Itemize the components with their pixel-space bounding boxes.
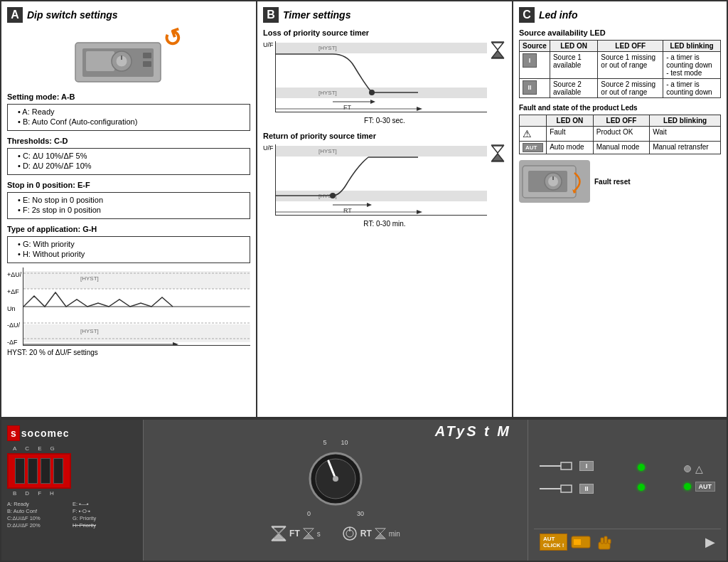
source1-badge: I — [523, 53, 537, 68]
setting-mode-item-2: • B: Auto Conf (Auto-configuration) — [18, 117, 245, 126]
svg-marker-18 — [173, 342, 178, 346]
legend-g: G: Priority — [73, 515, 137, 521]
fault-title: Fault and state of the product Leds — [519, 104, 721, 112]
source1-led-on: Source 1 available — [550, 52, 597, 79]
svg-text:[HYST]: [HYST] — [80, 328, 99, 334]
source-col-header: Source — [520, 41, 550, 52]
panel-a-letter: A — [7, 7, 23, 23]
hourglass-small-2 — [375, 528, 386, 539]
led-blinking-col-header: LED blinking — [663, 41, 721, 52]
legend-h: H: Priority — [73, 522, 137, 529]
panel-b-header: B Timer settings — [263, 7, 506, 23]
svg-text:RT: RT — [343, 207, 352, 214]
fault-led-dot — [684, 465, 691, 472]
source1-indicator: I — [540, 459, 594, 473]
svg-rect-84 — [574, 539, 581, 545]
axis-un: Un — [7, 305, 21, 312]
hourglass-icon-1 — [488, 41, 506, 59]
panel-a: A Dip switch settings — [1, 1, 257, 417]
thresholds-label: Thresholds: C-D — [7, 137, 250, 145]
svg-marker-76 — [375, 534, 385, 539]
panel-a-title: Dip switch settings — [27, 9, 118, 21]
panel-b-title: Timer settings — [283, 9, 350, 21]
ft-icon-group: FT s — [271, 526, 321, 541]
rt-icon-group: RT min — [342, 526, 400, 541]
bottom-right-top: I II — [534, 425, 721, 529]
led-on-col-header: LED ON — [550, 41, 597, 52]
source-row-2: II Source 2 available Source 2 missing o… — [520, 79, 721, 98]
source2-icon-cell: II — [520, 79, 550, 98]
svg-marker-27 — [370, 100, 375, 104]
return-timer-graph: U/F [HYST] [HYST] — [263, 144, 506, 216]
source2-led-off: Source 2 missing or out of range — [598, 79, 663, 98]
aut-click-button[interactable]: AUTCLICK ! — [540, 534, 567, 551]
svg-marker-75 — [375, 529, 385, 534]
stop-box: • E: No stop in 0 position • F: 2s stop … — [7, 192, 250, 219]
top-section: A Dip switch settings — [1, 1, 727, 418]
right-indicators: △ AUT — [684, 428, 716, 526]
legend-f: F: ▪·O·▪ — [73, 508, 137, 514]
return-timer-svg: [HYST] [HYST] RT — [276, 144, 488, 216]
fault-led-off: Product OK — [593, 127, 649, 142]
source1-led-blinking: - a timer is counting down - test mode — [663, 52, 721, 79]
fault-icon-col — [520, 115, 547, 127]
svg-rect-9 — [23, 324, 250, 342]
panel-c-title: Led info — [539, 9, 577, 21]
fault-led-on: Fault — [547, 127, 594, 142]
fault-led-off-col: LED OFF — [593, 115, 649, 127]
main-container: A Dip switch settings — [0, 0, 728, 562]
warning-icon: ⚠ — [523, 128, 532, 139]
aut-icon: AUT — [523, 143, 543, 152]
svg-marker-63 — [272, 534, 285, 540]
svg-marker-48 — [492, 146, 503, 153]
card-icon — [570, 534, 592, 551]
fault-led-on-col: LED ON — [547, 115, 594, 127]
svg-marker-30 — [417, 107, 422, 111]
arrow-right-icon: ▶ — [705, 534, 715, 550]
setting-mode-label: Setting mode: A-B — [7, 92, 250, 101]
dip-bottom-labels: B D F H — [7, 490, 137, 497]
app-type-item-2: • H: Without priority — [18, 250, 245, 258]
dip-switch-display — [7, 453, 71, 489]
source1-badge-bottom: I — [579, 461, 594, 471]
legend-a: A: Ready — [7, 501, 72, 507]
bottom-middle-panel: ATyS t M 5 10 0 30 — [144, 420, 528, 561]
aut-badge-bottom: AUT — [695, 482, 716, 492]
dip-label-h: H — [50, 490, 54, 497]
scale-0: 0 — [307, 510, 311, 517]
app-type-label: Type of application: G-H — [7, 225, 250, 233]
uf-label-1: U/F — [263, 41, 274, 48]
return-timer-title: Return of priority source timer — [263, 132, 506, 140]
dip-bar-2 — [28, 458, 38, 484]
source-row-1: I Source 1 available Source 1 missing or… — [520, 52, 721, 79]
svg-point-25 — [369, 90, 375, 95]
svg-marker-49 — [492, 154, 503, 161]
panel-b: B Timer settings Loss of priority source… — [257, 1, 513, 417]
thresholds-box: • C: ΔU 10%/ΔF 5% • D: ΔU 20%/ΔF 10% — [7, 148, 250, 175]
dial-scale-top: 5 10 — [323, 439, 348, 446]
source2-badge: II — [523, 80, 537, 95]
dip-bar-4 — [53, 458, 63, 484]
svg-text:[HYST]: [HYST] — [318, 45, 337, 51]
bottom-left-panel: s socomec A C E G — [1, 420, 144, 561]
hourglass-small-1 — [303, 528, 314, 539]
svg-marker-47 — [417, 210, 422, 214]
ft-unit: s — [317, 530, 321, 538]
fault-led-blinking-col: LED blinking — [650, 115, 721, 127]
svg-marker-31 — [492, 43, 503, 50]
dial-scale-bottom: 0 30 — [307, 510, 364, 517]
svg-rect-19 — [276, 43, 488, 53]
hand-icon — [594, 532, 614, 552]
svg-marker-44 — [367, 203, 372, 207]
panel-a-header: A Dip switch settings — [7, 7, 250, 23]
source-indicators: I II — [540, 428, 594, 526]
svg-text:[HYST]: [HYST] — [318, 148, 337, 154]
stop-item-2: • F: 2s stop in 0 position — [18, 206, 245, 214]
dip-label-e: E — [38, 445, 41, 452]
led1-row — [638, 464, 645, 471]
stop-label: Stop in 0 position: E-F — [7, 181, 250, 189]
aut-led-off: Manual mode — [593, 142, 649, 154]
graph-note: HYST: 20 % of ΔU/F settings — [7, 349, 250, 356]
dip-label-a: A — [13, 445, 16, 452]
dip-bar-3 — [41, 458, 50, 484]
